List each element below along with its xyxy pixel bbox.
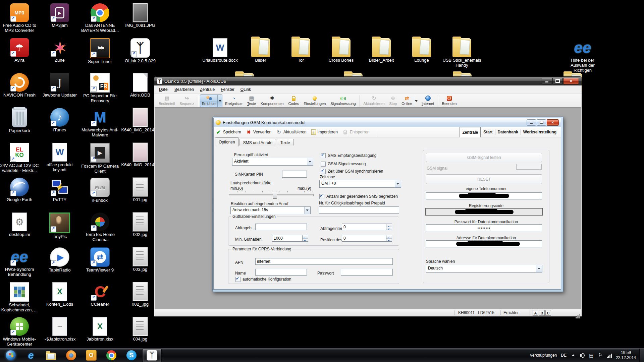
desktop-icon-konten-1-ods[interactable]: XKonten_1.ods xyxy=(40,282,79,307)
sms-begrenzen-checkbox[interactable]: Anzahl der gesendeten SMS begrenzen xyxy=(319,194,398,199)
close-button[interactable] xyxy=(563,78,579,84)
phone-field[interactable] xyxy=(426,192,542,199)
view-tab-start[interactable]: Start xyxy=(481,127,495,137)
resize-grip[interactable] xyxy=(579,314,580,315)
spin-down-icon[interactable] xyxy=(386,238,392,242)
view-tab-werkseinstellung[interactable]: Werkseinstellung xyxy=(521,127,559,137)
slider-thumb[interactable] xyxy=(273,192,277,199)
close-button[interactable] xyxy=(547,119,559,126)
desktop-icon-tapinradio[interactable]: TapinRadio xyxy=(40,247,79,273)
abfrageintervall-spinner[interactable]: 0 xyxy=(342,224,392,230)
desktop-icon-malwarebytes-anti-malware[interactable]: MMalwarebytes Anti-Malware xyxy=(80,108,119,138)
desktop-icon-foscam-ip-camera-client[interactable]: Foscam IP Camera Client xyxy=(80,143,119,174)
chevron-down-icon[interactable] xyxy=(414,95,419,107)
toolbar-online[interactable]: Online xyxy=(399,95,419,107)
desktop-icon-avira[interactable]: Avira xyxy=(0,38,39,63)
volume-slider[interactable] xyxy=(229,191,313,198)
view-tab-datenbank[interactable]: Datenbank xyxy=(495,127,521,137)
taskbar-skype[interactable] xyxy=(122,349,141,362)
desktop-icon-mp3jam[interactable]: MP3jam xyxy=(40,3,79,28)
menu-bearbeiten[interactable]: Bearbeiten xyxy=(171,86,197,93)
sim-pin-field[interactable] xyxy=(282,171,307,178)
desktop-icon-ccleaner[interactable]: CCCleaner xyxy=(80,282,119,307)
spin-up-icon[interactable] xyxy=(386,235,392,238)
toolbar-texte[interactable]: Texte xyxy=(245,95,258,107)
desktop-icon-ifunbox[interactable]: FUNiFunbox xyxy=(80,178,119,203)
zeit-sync-checkbox[interactable]: Zeit über GSM synchronisieren xyxy=(321,169,383,174)
toolbar-aktualisieren[interactable]: Aktualisieren xyxy=(362,95,387,107)
taskbar-explorer[interactable] xyxy=(42,349,60,362)
desktop-icon-teamviewer-9[interactable]: TeamViewer 9 xyxy=(80,247,119,273)
desktop-icon-24v-ac-auf-12v-dc-wandeln-elektr[interactable]: ELKO24V AC auf 12V DC wandeln - Elektr..… xyxy=(0,143,39,173)
desktop-icon-urlaubsroute-docx[interactable]: WUrlaubsroute.docx xyxy=(201,38,239,63)
tray-group-label[interactable]: Verknüpfungen xyxy=(530,353,557,358)
toolbar-sequenz[interactable]: Sequenz xyxy=(177,95,196,107)
menu-olink[interactable]: OLink xyxy=(237,86,254,93)
chevron-down-icon[interactable] xyxy=(217,95,222,107)
button-b[interactable]: B xyxy=(539,310,545,316)
desktop-icon-hws-syndrom-behandlung[interactable]: eHWS-Syndrom Behandlung xyxy=(0,247,39,277)
desktop-icon-super-tuner[interactable]: Super Tuner xyxy=(80,38,119,64)
apn-field[interactable]: internet xyxy=(255,258,393,265)
desktop-icon-google-earth[interactable]: Google Earth xyxy=(0,178,39,202)
minimize-button[interactable] xyxy=(542,78,552,84)
taskbar-internet-explorer[interactable] xyxy=(21,349,40,362)
reset-button[interactable]: RESET xyxy=(426,174,542,184)
taskbar-chrome[interactable] xyxy=(102,349,121,362)
language-indicator[interactable]: DE xyxy=(561,353,567,358)
gsm-titlebar[interactable]: Einstellungen GSM Kommunikationsmodul xyxy=(214,118,561,127)
gsm-signal-testen-button[interactable]: GSM-Signal testen xyxy=(426,153,542,162)
toolbar-bedienteil[interactable]: Bedienteil xyxy=(157,95,177,107)
desktop-icon-das-antenne-bayern-webrad[interactable]: Das ANTENNE BAYERN Webrad... xyxy=(80,3,119,33)
minimize-button[interactable] xyxy=(527,119,536,126)
desktop-icon-pc-inspector-file-recovery[interactable]: FRPC Inspector File Recovery xyxy=(80,73,119,104)
gprs-name-field[interactable] xyxy=(255,269,307,276)
clock[interactable]: 19:59 22.12.2014 xyxy=(616,350,636,360)
toolbar-errichter[interactable]: Errichter xyxy=(200,95,223,107)
desktop-icon-lounge[interactable]: Lounge xyxy=(402,38,441,63)
menu-zentrale[interactable]: Zentrale xyxy=(197,86,218,93)
start-button[interactable] xyxy=(1,349,20,362)
volume-icon[interactable] xyxy=(580,353,585,358)
show-hidden-icons-button[interactable] xyxy=(571,353,576,358)
toolbar-signalmessung[interactable]: Signalmessung xyxy=(328,95,358,107)
desktop-icon-windows-mobile-ger-tecenter[interactable]: Windows Mobile-Gerätecenter xyxy=(0,317,39,347)
spin-up-icon[interactable] xyxy=(303,235,308,238)
desktop-icon-free-audio-cd-to-mp3-converter[interactable]: MP3Free Audio CD to MP3 Converter xyxy=(0,3,39,33)
desktop-icon-zune[interactable]: Zune xyxy=(40,38,79,63)
datenkomm-passwort-field[interactable]: •••••••• xyxy=(426,224,542,231)
taskbar-olink[interactable] xyxy=(142,349,162,362)
zeitzone-select[interactable]: GMT +0 xyxy=(319,180,401,188)
olink-titlebar[interactable]: OLink 2.0.5 [Offline] - Alois.ODB xyxy=(154,77,582,85)
tab-optionen[interactable]: Optionen xyxy=(215,137,239,146)
network-signal-icon[interactable] xyxy=(607,353,612,358)
chevron-down-icon[interactable] xyxy=(395,180,401,187)
gsm-toolbar-speichern[interactable]: Speichern xyxy=(216,129,241,135)
tab-texte[interactable]: Texte xyxy=(277,139,294,146)
scheduler-icon[interactable] xyxy=(589,353,594,358)
datenkomm-adresse-field[interactable] xyxy=(426,240,542,247)
toolbar-internet[interactable]: Internet xyxy=(420,95,436,107)
button-a[interactable]: A xyxy=(533,310,538,316)
desktop-icon-004-jpg[interactable]: 004.jpg xyxy=(121,317,160,342)
min-guthaben-spinner[interactable]: 1000 xyxy=(272,235,308,242)
desktop-icon-itunes[interactable]: iTunes xyxy=(40,108,79,133)
gsm-toolbar-entsperren[interactable]: Entsperren xyxy=(342,129,370,135)
desktop-icon-cross-bones[interactable]: Cross Bones xyxy=(322,38,361,63)
show-desktop-button[interactable] xyxy=(639,349,644,362)
desktop-icon-office-produkt-key-odt[interactable]: Woffice produkt key.odt xyxy=(40,143,79,173)
desktop-icon-papierkorb[interactable]: Papierkorb xyxy=(0,108,39,133)
position-spinner[interactable]: 0 xyxy=(342,235,392,242)
toolbar-codes[interactable]: Codes xyxy=(286,95,301,107)
desktop-icon-usb-stick-ehemals-handy[interactable]: USB Stick_ehemals Handy xyxy=(442,38,481,68)
menu-fenster[interactable]: Fenster xyxy=(218,86,237,93)
taskbar-outlook[interactable] xyxy=(82,349,101,362)
reaktion-select[interactable]: Antworten nach 15s xyxy=(230,206,311,214)
taskbar-firefox[interactable] xyxy=(62,349,80,362)
tab-sms-und-anrufe[interactable]: SMS und Anrufe xyxy=(239,139,276,146)
sms-empfang-checkbox[interactable]: SMS Empfangsbestätigung xyxy=(321,153,376,158)
chevron-down-icon[interactable] xyxy=(307,158,313,165)
desktop-icon-putty[interactable]: ⚡PuTTY xyxy=(40,178,79,202)
toolbar-einstellungen[interactable]: Einstellungen xyxy=(302,95,328,107)
spin-down-icon[interactable] xyxy=(303,238,308,242)
